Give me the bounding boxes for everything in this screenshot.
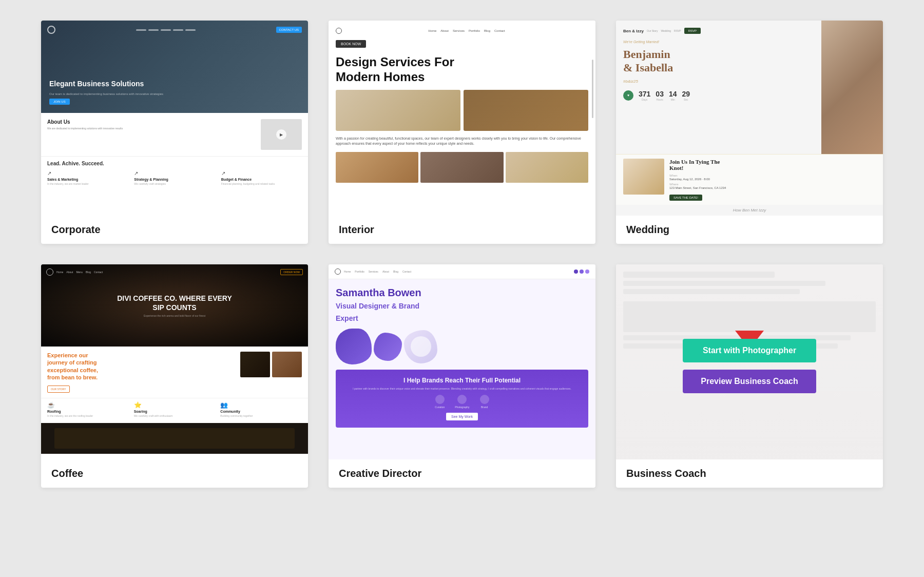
preview-business-coach-button[interactable]: Preview Business Coach (683, 370, 816, 393)
coffee-nav-cta: ORDER NOW (280, 269, 303, 275)
coffee-label: Coffee (41, 459, 308, 488)
service-title: Strategy & Planning (134, 178, 215, 181)
nav-link: Blog (484, 29, 490, 32)
corporate-about-text: We are dedicated to implementing solutio… (47, 127, 257, 130)
wedding-cta: RSVP (684, 28, 701, 34)
wedding-footer: How Ben Met Izzy (616, 205, 883, 216)
coffee-image-1 (240, 352, 270, 377)
photography-icon (457, 395, 467, 404)
creative-color-dots (574, 270, 589, 274)
corporate-label: Corporate (41, 216, 308, 244)
wedding-nav: Our Story Wedding RSVP (647, 29, 681, 32)
creative-icon-item: Curation (435, 395, 445, 409)
coffee-logo (46, 268, 53, 276)
wedding-preview: Ben & Izzy Our Story Wedding RSVP RSVP W… (616, 21, 883, 216)
countdown-min: 14 Min (669, 90, 677, 101)
service-text: We carefully craft strategies (134, 182, 215, 186)
corporate-about-image: ▶ (261, 119, 302, 150)
coffee-service-item: ☕ Roofing In the industry, we are the ro… (47, 401, 129, 418)
wedding-left: Ben & Izzy Our Story Wedding RSVP RSVP W… (616, 21, 821, 154)
nav-link (173, 29, 183, 31)
see-work-button[interactable]: See My Work (446, 413, 478, 420)
save-date-button[interactable]: SAVE THE DATE! (669, 195, 702, 201)
corporate-hero-sub: Our team is dedicated to implementing bu… (49, 92, 300, 95)
coffee-hero-sub: Experience the rich aroma and bold flavo… (144, 314, 205, 317)
coffee-middle: Experience ourjourney of craftingexcepti… (41, 347, 308, 398)
wedding-tagline: #b&iz25 (623, 79, 814, 84)
business-coach-card: Start with Photographer Preview Business… (616, 264, 883, 488)
coffee-svc-title: Soaring (134, 410, 147, 413)
corporate-bottom: Lead. Achive. Succeed. ↗ Sales & Marketi… (41, 156, 308, 192)
countdown-hours: 03 Hours (656, 90, 664, 101)
corporate-about: About Us We are dedicated to implementin… (41, 113, 308, 156)
creative-bottom-title: I Help Brands Reach Their Full Potential (343, 377, 581, 384)
scroll-indicator (592, 60, 593, 118)
creative-icons: Curation Photography Brand (343, 395, 581, 409)
when-label: When (669, 174, 876, 177)
nav-link: Portfolio (469, 29, 480, 32)
nav-link: Contact (494, 29, 505, 32)
coffee-extra-section (41, 423, 308, 454)
coffee-services: ☕ Roofing In the industry, we are the ro… (41, 398, 308, 423)
wedding-logo: Ben & Izzy (623, 29, 644, 33)
creative-bottom: I Help Brands Reach Their Full Potential… (336, 370, 588, 428)
nav-link (185, 29, 196, 31)
interior-desc: With a passion for creating beautiful, f… (336, 136, 588, 147)
icon-label: Curation (435, 406, 445, 409)
wedding-join-title: Join Us In Tying TheKnot! (669, 159, 876, 171)
interior-photo-2 (464, 90, 588, 131)
color-dot-2 (580, 270, 584, 274)
countdown-num: 29 (682, 90, 690, 98)
play-icon: ▶ (276, 129, 286, 140)
business-coach-overlay: Start with Photographer Preview Business… (616, 264, 883, 459)
countdown-label: Min (671, 98, 675, 101)
countdown-icon: ♥ (623, 90, 633, 101)
nav-link: Services (453, 29, 465, 32)
nav-link: Blog (86, 271, 91, 274)
coffee-service-item: ⭐ Soaring We carefully craft with enthus… (134, 401, 216, 418)
blob-1 (336, 329, 372, 364)
nav-link: About (66, 271, 73, 274)
corporate-hero-cta: JOIN US (49, 99, 70, 105)
corporate-card: CONTACT US Elegant Business Solutions Ou… (41, 21, 308, 244)
countdown-label: Days (642, 98, 647, 101)
gallery-item-1 (336, 152, 418, 183)
nav-link: RSVP (674, 29, 681, 32)
coffee-svc-text: Building community together (220, 414, 253, 418)
nav-link: Blog (393, 270, 398, 273)
star-icon: ⭐ (134, 401, 142, 409)
creative-bottom-text: I partner with brands to discover their … (343, 387, 581, 391)
arrow-icon: ↗ (134, 170, 215, 176)
coffee-mid-cta: OUR STORY (47, 386, 70, 393)
start-photographer-button[interactable]: Start with Photographer (683, 339, 816, 362)
interior-content: Home About Services Portfolio Blog Conta… (329, 21, 595, 216)
interior-hero-title: Design Services ForModern Homes (336, 55, 588, 85)
wedding-names: Benjamin& Isabella (623, 48, 814, 75)
creative-logo (335, 268, 341, 275)
coffee-card: Home About Menu Blog Contact ORDER NOW D… (41, 264, 308, 488)
service-item: ↗ Sales & Marketing In the industry, we … (47, 170, 128, 186)
nav-link: Home (344, 270, 351, 273)
wedding-rings-image (623, 159, 664, 195)
coffee-svc-title: Roofing (47, 410, 61, 413)
coffee-icon: ☕ (47, 401, 55, 409)
nav-link: Portfolio (355, 270, 364, 273)
corporate-hero: CONTACT US Elegant Business Solutions Ou… (41, 21, 308, 113)
service-item: ↗ Strategy & Planning We carefully craft… (134, 170, 215, 186)
nav-link: Wedding (661, 29, 671, 32)
nav-link: Contact (402, 270, 411, 273)
countdown-num: 371 (639, 90, 650, 98)
interior-gallery (336, 152, 588, 183)
countdown-sec: 29 Sec (682, 90, 690, 101)
community-icon: 👥 (220, 401, 228, 409)
coffee-nav-links: Home About Menu Blog Contact (56, 271, 277, 274)
nav-link: Menu (76, 271, 83, 274)
coffee-svc-text: In the industry, we are the roofing lead… (47, 414, 93, 418)
wedding-top-bar: Ben & Izzy Our Story Wedding RSVP RSVP (623, 28, 814, 34)
creative-top-bar: Home Portfolio Services About Blog Conta… (329, 264, 595, 279)
coffee-mid-text: Experience ourjourney of craftingexcepti… (47, 352, 236, 393)
nav-link (136, 29, 146, 31)
service-text: Financial planning, budgeting and relate… (221, 182, 302, 186)
color-dot-1 (574, 270, 578, 274)
template-grid: CONTACT US Elegant Business Solutions Ou… (0, 0, 924, 508)
